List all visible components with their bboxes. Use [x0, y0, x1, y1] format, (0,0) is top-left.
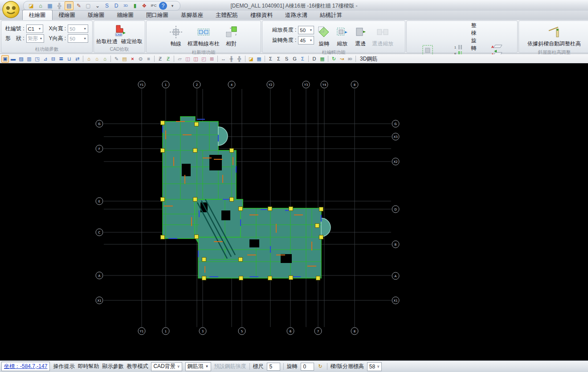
home-project-icon[interactable]: ⌂: [37, 2, 45, 10]
tab-main-rebar[interactable]: 主體配筋: [209, 10, 244, 20]
tool-win-swap-icon[interactable]: ⊞: [208, 55, 216, 63]
tool-refresh-icon[interactable]: ↻: [330, 55, 338, 63]
tool-column-icon[interactable]: ▣: [1, 55, 9, 63]
tree-icon[interactable]: ❖: [140, 2, 148, 10]
tool-stair-icon[interactable]: ⊿: [41, 55, 49, 63]
tool-zoom-icon[interactable]: ⊙: [137, 55, 144, 63]
x-width-select[interactable]: 50▼: [68, 24, 88, 33]
tool-paste-icon[interactable]: ▤: [121, 55, 128, 63]
d-file-icon[interactable]: D: [112, 2, 120, 10]
tab-road-gutter[interactable]: 道路水溝: [279, 10, 314, 20]
tool-beam-elev2-icon[interactable]: Ƶ: [164, 55, 172, 63]
help-icon[interactable]: ?: [159, 2, 167, 10]
tool-options-icon[interactable]: ≡: [145, 55, 152, 63]
tool-d-calc-icon[interactable]: D: [310, 55, 318, 63]
tool-win-del-icon[interactable]: ◫: [192, 55, 200, 63]
title-bar: [DEMO_ALL 1040901] A棟16層 -16樓柱牆 17樓樑版 - …: [0, 0, 588, 11]
tool-sum-s-icon[interactable]: Σ: [299, 55, 306, 63]
ruler-input[interactable]: 5: [267, 363, 280, 371]
tool-beam-elev1-icon[interactable]: Ƶ: [156, 55, 164, 63]
tab-stair-data[interactable]: 樓梯資料: [244, 10, 279, 20]
axis-button[interactable]: 軸線: [167, 22, 184, 49]
tool-slab-icon[interactable]: ▨: [17, 55, 25, 63]
rotate-button[interactable]: 旋轉: [315, 22, 332, 49]
tool-win-move-icon[interactable]: ◰: [200, 55, 208, 63]
tool-delete-icon[interactable]: ×: [129, 55, 136, 63]
ifc-icon[interactable]: IFC: [150, 2, 158, 10]
column-list-icon[interactable]: ▤: [65, 1, 74, 10]
tool-road-icon[interactable]: 〓: [57, 55, 65, 63]
rotate-angle-select[interactable]: 45▼: [298, 36, 314, 44]
tool-home-out-icon[interactable]: ⌂: [101, 55, 109, 63]
tab-column-draw[interactable]: 柱繪圖: [22, 10, 53, 20]
drawing-canvas[interactable]: Y1124Y2Y3Y48Y1135678GFECAX1GX3X2DBAX1: [0, 64, 588, 360]
quick-access-overflow-icon[interactable]: ▾: [168, 2, 176, 10]
confirm-pick-button[interactable]: 確定拾取: [121, 38, 143, 45]
axis-grid-icon[interactable]: ╬: [55, 2, 63, 10]
tool-home-up-icon[interactable]: ⌂: [85, 55, 93, 63]
status-instant-help[interactable]: 即時幫助: [78, 363, 99, 370]
open-folder-icon[interactable]: ◪: [27, 2, 35, 10]
relative-button[interactable]: x y 相對: [223, 22, 240, 49]
pick-column-edge-button[interactable]: 拾取柱邊: [96, 38, 118, 45]
column-id-select[interactable]: C1▼: [26, 24, 43, 33]
tool-sum-icon[interactable]: Σ: [267, 55, 274, 63]
select-edge-button[interactable]: 選邊: [352, 22, 369, 49]
tool-opening-icon[interactable]: ◳: [33, 55, 41, 63]
tab-slab-draw[interactable]: 版繪圖: [82, 10, 111, 20]
tool-grid-table-icon[interactable]: ▦: [318, 55, 326, 63]
chevron-down-icon[interactable]: ⌄: [94, 2, 102, 10]
green-doc-icon[interactable]: ▮: [131, 2, 139, 10]
tool-home-icon[interactable]: ⌂: [93, 55, 101, 63]
toolbar-3d-rebar-button[interactable]: 3D鋼筋: [360, 55, 377, 63]
view-3d-icon[interactable]: 3D: [122, 2, 130, 10]
tool-dim-node-icon[interactable]: ╬: [236, 55, 243, 63]
tab-opening-draw[interactable]: 開口繪圖: [140, 10, 175, 20]
app-logo-button[interactable]: [2, 0, 20, 19]
panel-settings-icon[interactable]: ▦: [46, 2, 54, 10]
tool-sum-a-icon[interactable]: Σ: [275, 55, 282, 63]
tool-measure-icon[interactable]: ✎: [113, 55, 120, 63]
tool-offset-icon[interactable]: ⇄: [74, 55, 81, 63]
beam-slab-level-select[interactable]: 58∨: [367, 362, 382, 371]
tool-s-calc-icon[interactable]: S: [283, 55, 290, 63]
tool-beam-icon[interactable]: ▬: [9, 55, 17, 63]
tool-path-icon[interactable]: ↝: [338, 55, 346, 63]
rotate-apply-icon[interactable]: ↻: [317, 363, 324, 370]
tool-dim-split-icon[interactable]: ╫: [228, 55, 235, 63]
scale-button[interactable]: 縮放: [334, 22, 351, 49]
tab-footing-base[interactable]: 基腳基座: [175, 10, 209, 20]
status-teach-mode[interactable]: 教學模式: [127, 363, 148, 370]
tool-channel-icon[interactable]: ⊔: [65, 55, 73, 63]
cad-background-select[interactable]: CAD背景∨: [151, 362, 182, 371]
tool-g-calc-icon[interactable]: G: [291, 55, 298, 63]
s-file-icon[interactable]: S: [103, 2, 111, 10]
tab-beam-draw[interactable]: 樑繪圖: [53, 10, 82, 20]
tool-table-icon[interactable]: ▦: [255, 55, 263, 63]
coordinate-readout[interactable]: 坐標：-584.7,-147: [1, 362, 50, 371]
tool-3d-gray-icon[interactable]: 3D: [346, 55, 354, 63]
tab-structure-calc[interactable]: 結構計算: [314, 10, 348, 20]
tool-wall-icon[interactable]: ▥: [25, 55, 33, 63]
svg-text:CAD: CAD: [116, 33, 122, 36]
rebar-mode-select[interactable]: 鋼筋混▼: [185, 362, 211, 371]
rotate-input[interactable]: 0: [301, 363, 314, 371]
whole-building-rotate-button[interactable]: 整棟旋轉: [471, 22, 477, 52]
tool-print-icon[interactable]: ⊟: [49, 55, 57, 63]
shape-select[interactable]: 矩形▼: [26, 34, 45, 43]
tool-win-copy-icon[interactable]: ▱: [176, 55, 184, 63]
y-height-select[interactable]: 50▼: [68, 34, 88, 43]
tab-wall-draw[interactable]: 牆繪圖: [111, 10, 140, 20]
status-show-params[interactable]: 顯示參數: [102, 363, 123, 370]
tool-win-cut-icon[interactable]: ◫: [184, 55, 192, 63]
select-edge-scale-button[interactable]: 選邊縮放: [370, 22, 395, 49]
auto-adjust-column-height-button[interactable]: 依據斜樑自動調整柱高: [526, 22, 583, 49]
frame-select-axis-button[interactable]: 框選軸線布柱: [186, 22, 221, 49]
tool-folder-computer-icon[interactable]: ◪: [247, 55, 255, 63]
scale-length-select[interactable]: 50▼: [298, 26, 314, 34]
status-operation-hint[interactable]: 操作提示: [53, 363, 74, 370]
cad-edit-icon[interactable]: ✎: [75, 2, 83, 10]
tool-dim-h-icon[interactable]: ↔: [220, 55, 227, 63]
cad-box-icon[interactable]: ▢: [84, 2, 92, 10]
ribbon-group-rebar-compare: 柱配筋輪廓比對 1 F 樓層比對 整棟旋轉 整棟移動: [406, 20, 518, 53]
